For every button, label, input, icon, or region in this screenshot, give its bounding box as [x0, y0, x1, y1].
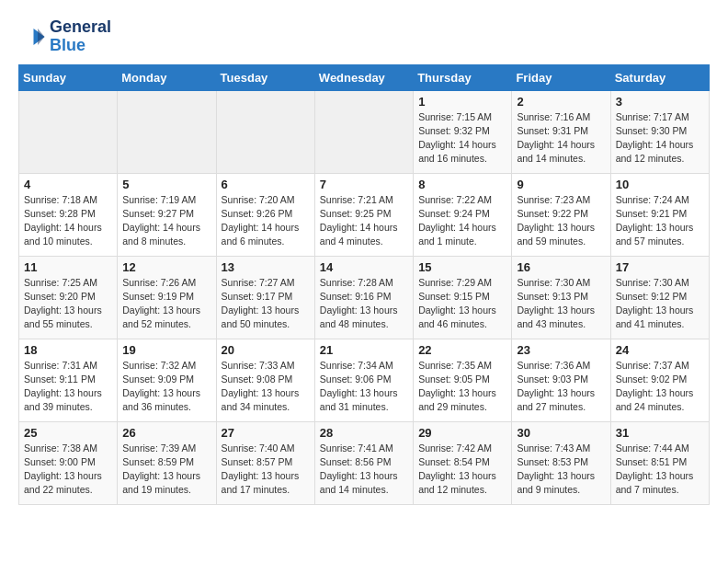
day-detail: Sunrise: 7:24 AM Sunset: 9:21 PM Dayligh…	[616, 193, 704, 249]
day-of-week-header: Tuesday	[216, 64, 314, 90]
calendar-day-cell: 9Sunrise: 7:23 AM Sunset: 9:22 PM Daylig…	[512, 173, 610, 256]
day-detail: Sunrise: 7:42 AM Sunset: 8:54 PM Dayligh…	[418, 442, 506, 498]
logo: General Blue	[18, 18, 111, 55]
day-number: 29	[418, 426, 506, 440]
calendar-day-cell	[19, 90, 118, 173]
day-number: 30	[517, 426, 605, 440]
day-number: 26	[122, 426, 210, 440]
calendar-day-cell: 6Sunrise: 7:20 AM Sunset: 9:26 PM Daylig…	[216, 173, 314, 256]
calendar-day-cell: 10Sunrise: 7:24 AM Sunset: 9:21 PM Dayli…	[610, 173, 709, 256]
calendar-day-cell	[314, 90, 413, 173]
day-detail: Sunrise: 7:44 AM Sunset: 8:51 PM Dayligh…	[616, 442, 704, 498]
day-number: 22	[418, 343, 506, 357]
day-of-week-header: Monday	[118, 64, 216, 90]
day-detail: Sunrise: 7:40 AM Sunset: 8:57 PM Dayligh…	[222, 442, 310, 498]
day-number: 28	[320, 426, 408, 440]
calendar-week-row: 11Sunrise: 7:25 AM Sunset: 9:20 PM Dayli…	[19, 256, 710, 339]
day-detail: Sunrise: 7:33 AM Sunset: 9:08 PM Dayligh…	[222, 359, 310, 415]
calendar-day-cell: 31Sunrise: 7:44 AM Sunset: 8:51 PM Dayli…	[610, 421, 709, 504]
day-number: 19	[122, 343, 210, 357]
logo-text: General Blue	[50, 18, 111, 55]
day-detail: Sunrise: 7:20 AM Sunset: 9:26 PM Dayligh…	[222, 193, 310, 249]
calendar-day-cell: 25Sunrise: 7:38 AM Sunset: 9:00 PM Dayli…	[19, 421, 118, 504]
day-of-week-header: Saturday	[610, 64, 709, 90]
day-number: 14	[320, 260, 408, 274]
day-detail: Sunrise: 7:38 AM Sunset: 9:00 PM Dayligh…	[24, 442, 112, 498]
calendar-day-cell: 4Sunrise: 7:18 AM Sunset: 9:28 PM Daylig…	[19, 173, 118, 256]
calendar-day-cell: 13Sunrise: 7:27 AM Sunset: 9:17 PM Dayli…	[216, 256, 314, 339]
day-number: 25	[24, 426, 112, 440]
day-number: 13	[222, 260, 310, 274]
day-of-week-header: Friday	[512, 64, 610, 90]
calendar-day-cell: 29Sunrise: 7:42 AM Sunset: 8:54 PM Dayli…	[414, 421, 512, 504]
day-detail: Sunrise: 7:32 AM Sunset: 9:09 PM Dayligh…	[122, 359, 210, 415]
day-number: 6	[222, 178, 310, 191]
day-number: 2	[517, 95, 605, 109]
day-detail: Sunrise: 7:23 AM Sunset: 9:22 PM Dayligh…	[517, 193, 605, 249]
day-detail: Sunrise: 7:39 AM Sunset: 8:59 PM Dayligh…	[122, 442, 210, 498]
day-number: 15	[418, 260, 506, 274]
calendar-day-cell: 1Sunrise: 7:15 AM Sunset: 9:32 PM Daylig…	[414, 90, 512, 173]
day-of-week-header: Sunday	[19, 64, 118, 90]
day-detail: Sunrise: 7:19 AM Sunset: 9:27 PM Dayligh…	[122, 193, 210, 249]
day-number: 20	[222, 343, 310, 357]
day-of-week-header: Thursday	[414, 64, 512, 90]
day-number: 12	[122, 260, 210, 274]
day-number: 23	[517, 343, 605, 357]
day-detail: Sunrise: 7:28 AM Sunset: 9:16 PM Dayligh…	[320, 276, 408, 332]
calendar-day-cell: 27Sunrise: 7:40 AM Sunset: 8:57 PM Dayli…	[216, 421, 314, 504]
calendar-day-cell: 2Sunrise: 7:16 AM Sunset: 9:31 PM Daylig…	[512, 90, 610, 173]
day-number: 11	[24, 260, 112, 274]
calendar-day-cell: 28Sunrise: 7:41 AM Sunset: 8:56 PM Dayli…	[314, 421, 413, 504]
day-detail: Sunrise: 7:18 AM Sunset: 9:28 PM Dayligh…	[24, 193, 112, 249]
day-detail: Sunrise: 7:30 AM Sunset: 9:13 PM Dayligh…	[517, 276, 605, 332]
day-detail: Sunrise: 7:25 AM Sunset: 9:20 PM Dayligh…	[24, 276, 112, 332]
day-detail: Sunrise: 7:37 AM Sunset: 9:02 PM Dayligh…	[616, 359, 704, 415]
day-number: 24	[616, 343, 704, 357]
calendar-day-cell: 16Sunrise: 7:30 AM Sunset: 9:13 PM Dayli…	[512, 256, 610, 339]
day-detail: Sunrise: 7:17 AM Sunset: 9:30 PM Dayligh…	[616, 110, 704, 167]
calendar-day-cell: 14Sunrise: 7:28 AM Sunset: 9:16 PM Dayli…	[314, 256, 413, 339]
day-detail: Sunrise: 7:15 AM Sunset: 9:32 PM Dayligh…	[418, 110, 506, 167]
day-number: 8	[418, 178, 506, 191]
calendar-day-cell: 17Sunrise: 7:30 AM Sunset: 9:12 PM Dayli…	[610, 256, 709, 339]
calendar-day-cell: 3Sunrise: 7:17 AM Sunset: 9:30 PM Daylig…	[610, 90, 709, 173]
day-detail: Sunrise: 7:30 AM Sunset: 9:12 PM Dayligh…	[616, 276, 704, 332]
day-detail: Sunrise: 7:29 AM Sunset: 9:15 PM Dayligh…	[418, 276, 506, 332]
logo-icon	[18, 23, 46, 51]
calendar-day-cell: 7Sunrise: 7:21 AM Sunset: 9:25 PM Daylig…	[314, 173, 413, 256]
day-number: 17	[616, 260, 704, 274]
day-detail: Sunrise: 7:21 AM Sunset: 9:25 PM Dayligh…	[320, 193, 408, 249]
calendar-week-row: 18Sunrise: 7:31 AM Sunset: 9:11 PM Dayli…	[19, 339, 710, 421]
svg-marker-1	[38, 29, 45, 45]
day-number: 4	[24, 178, 112, 191]
calendar-day-cell	[216, 90, 314, 173]
page-header: General Blue	[18, 18, 710, 55]
calendar-day-cell: 18Sunrise: 7:31 AM Sunset: 9:11 PM Dayli…	[19, 339, 118, 421]
day-number: 3	[616, 95, 704, 109]
day-detail: Sunrise: 7:35 AM Sunset: 9:05 PM Dayligh…	[418, 359, 506, 415]
calendar-day-cell: 8Sunrise: 7:22 AM Sunset: 9:24 PM Daylig…	[414, 173, 512, 256]
day-detail: Sunrise: 7:26 AM Sunset: 9:19 PM Dayligh…	[122, 276, 210, 332]
day-of-week-header: Wednesday	[314, 64, 413, 90]
calendar-day-cell: 15Sunrise: 7:29 AM Sunset: 9:15 PM Dayli…	[414, 256, 512, 339]
day-number: 18	[24, 343, 112, 357]
day-detail: Sunrise: 7:16 AM Sunset: 9:31 PM Dayligh…	[517, 110, 605, 167]
day-detail: Sunrise: 7:34 AM Sunset: 9:06 PM Dayligh…	[320, 359, 408, 415]
day-number: 16	[517, 260, 605, 274]
day-number: 5	[122, 178, 210, 191]
day-number: 9	[517, 178, 605, 191]
calendar-day-cell: 19Sunrise: 7:32 AM Sunset: 9:09 PM Dayli…	[118, 339, 216, 421]
calendar-day-cell: 23Sunrise: 7:36 AM Sunset: 9:03 PM Dayli…	[512, 339, 610, 421]
calendar-day-cell	[118, 90, 216, 173]
day-number: 7	[320, 178, 408, 191]
day-number: 27	[222, 426, 310, 440]
day-number: 21	[320, 343, 408, 357]
calendar-week-row: 25Sunrise: 7:38 AM Sunset: 9:00 PM Dayli…	[19, 421, 710, 504]
calendar-header-row: SundayMondayTuesdayWednesdayThursdayFrid…	[19, 64, 710, 90]
calendar-day-cell: 5Sunrise: 7:19 AM Sunset: 9:27 PM Daylig…	[118, 173, 216, 256]
day-number: 10	[616, 178, 704, 191]
day-number: 31	[616, 426, 704, 440]
day-number: 1	[418, 95, 506, 109]
calendar-day-cell: 21Sunrise: 7:34 AM Sunset: 9:06 PM Dayli…	[314, 339, 413, 421]
